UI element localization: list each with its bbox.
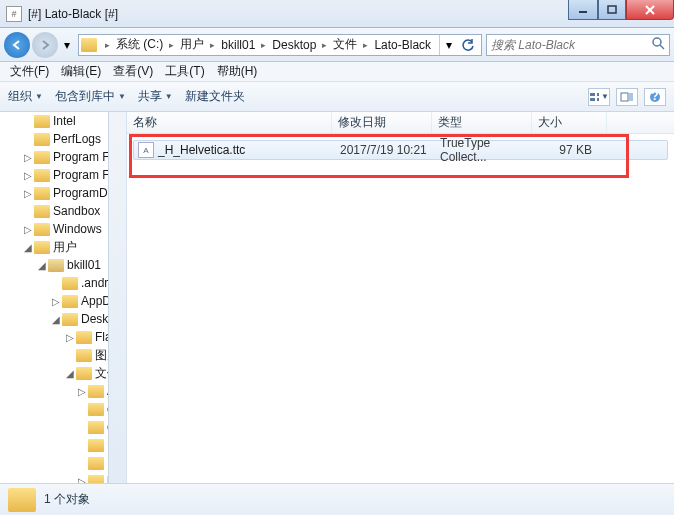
tree-node[interactable]: excel (0, 418, 110, 436)
crumb[interactable]: 用户 (176, 36, 208, 53)
file-row[interactable]: A_H_Helvetica.ttc2017/7/19 10:21TrueType… (133, 140, 668, 160)
tree-label: config (107, 402, 110, 416)
svg-rect-9 (597, 98, 599, 101)
expand-icon[interactable]: ◢ (64, 368, 76, 379)
tree-label: ProgramData (53, 186, 110, 200)
crumb[interactable]: Desktop (268, 38, 320, 52)
tree-node[interactable]: ◢Desktop (0, 310, 110, 328)
search-box[interactable] (486, 34, 670, 56)
view-options-button[interactable]: ▼ (588, 88, 610, 106)
expand-icon[interactable]: ◢ (50, 314, 62, 325)
menu-view[interactable]: 查看(V) (107, 62, 159, 81)
tree-label: excel (107, 420, 110, 434)
tree-label: .android (81, 276, 110, 290)
folder-icon (34, 241, 50, 254)
search-icon[interactable] (651, 36, 665, 53)
body: IntelPerfLogs▷Program File▷Program File▷… (0, 112, 674, 483)
tree-node[interactable]: 图片 (0, 346, 110, 364)
expand-icon[interactable]: ▷ (76, 386, 88, 397)
back-button[interactable] (4, 32, 30, 58)
expand-icon[interactable]: ▷ (22, 152, 34, 163)
menu-file[interactable]: 文件(F) (4, 62, 55, 81)
navbar: ▾ ▸ 系统 (C:) ▸ 用户 ▸ bkill01 ▸ Desktop ▸ 文… (0, 28, 674, 62)
maximize-button[interactable] (598, 0, 626, 20)
crumb-sep-icon: ▸ (167, 40, 176, 50)
menubar: 文件(F) 编辑(E) 查看(V) 工具(T) 帮助(H) (0, 62, 674, 82)
column-date[interactable]: 修改日期 (332, 112, 432, 133)
expand-icon[interactable]: ▷ (76, 476, 88, 484)
share-button[interactable]: 共享▼ (138, 88, 173, 105)
tree-node[interactable]: Intel (0, 112, 110, 130)
help-button[interactable]: ? (644, 88, 666, 106)
tree-node[interactable]: ▷AppData (0, 292, 110, 310)
tree-node[interactable]: PerfLogs (0, 130, 110, 148)
menu-help[interactable]: 帮助(H) (211, 62, 264, 81)
folder-tree[interactable]: IntelPerfLogs▷Program File▷Program File▷… (0, 112, 127, 483)
file-size: 97 KB (540, 143, 600, 157)
crumb[interactable]: bkill01 (217, 38, 259, 52)
tree-node[interactable]: ◢文件 (0, 364, 110, 382)
forward-button[interactable] (32, 32, 58, 58)
tree-label: Lato- (107, 438, 110, 452)
close-button[interactable] (626, 0, 674, 20)
tree-label: Intel (53, 114, 76, 128)
tree-node[interactable]: config (0, 400, 110, 418)
svg-line-2 (646, 6, 654, 14)
folder-icon (48, 259, 64, 272)
tree-node[interactable]: ▷Windows (0, 220, 110, 238)
tree-node[interactable]: .android (0, 274, 110, 292)
tree-node[interactable]: Sandbox (0, 202, 110, 220)
tree-node[interactable]: ◢bkill01 (0, 256, 110, 274)
tree-node[interactable]: ▷log (0, 472, 110, 483)
file-list[interactable]: 名称 修改日期 类型 大小 A_H_Helvetica.ttc2017/7/19… (127, 112, 674, 483)
folder-icon (76, 331, 92, 344)
folder-icon (34, 133, 50, 146)
expand-icon[interactable]: ▷ (22, 188, 34, 199)
column-type[interactable]: 类型 (432, 112, 532, 133)
expand-icon[interactable]: ▷ (64, 332, 76, 343)
tree-label: PerfLogs (53, 132, 101, 146)
tree-label: Program File (53, 168, 110, 182)
menu-tools[interactable]: 工具(T) (159, 62, 210, 81)
folder-icon (34, 169, 50, 182)
tree-node[interactable]: ▷Program File (0, 166, 110, 184)
expand-icon[interactable]: ▷ (22, 224, 34, 235)
svg-line-5 (660, 45, 664, 49)
menu-edit[interactable]: 编辑(E) (55, 62, 107, 81)
folder-icon (88, 421, 104, 434)
svg-line-3 (646, 6, 654, 14)
tree-node[interactable]: ▷AiFor (0, 382, 110, 400)
address-dropdown[interactable]: ▾ (439, 35, 457, 55)
expand-icon[interactable]: ◢ (22, 242, 34, 253)
tree-node[interactable]: Lato- (0, 436, 110, 454)
file-date: 2017/7/19 10:21 (340, 143, 440, 157)
address-bar[interactable]: ▸ 系统 (C:) ▸ 用户 ▸ bkill01 ▸ Desktop ▸ 文件 … (78, 34, 482, 56)
include-button[interactable]: 包含到库中▼ (55, 88, 126, 105)
tree-node[interactable]: ▷ProgramData (0, 184, 110, 202)
minimize-button[interactable] (568, 0, 598, 20)
newfolder-button[interactable]: 新建文件夹 (185, 88, 245, 105)
tree-label: Desktop (81, 312, 110, 326)
expand-icon[interactable]: ◢ (36, 260, 48, 271)
tree-label: Sandbox (53, 204, 100, 218)
refresh-button[interactable] (457, 35, 479, 55)
tree-label: AiFor (107, 384, 110, 398)
crumb[interactable]: 系统 (C:) (112, 36, 167, 53)
expand-icon[interactable]: ▷ (50, 296, 62, 307)
crumb[interactable]: 文件 (329, 36, 361, 53)
tree-node[interactable]: ◢用户 (0, 238, 110, 256)
folder-icon (8, 488, 36, 512)
nav-history-dropdown[interactable]: ▾ (60, 38, 74, 52)
folder-icon (62, 313, 78, 326)
expand-icon[interactable]: ▷ (22, 170, 34, 181)
preview-pane-button[interactable] (616, 88, 638, 106)
crumb[interactable]: Lato-Black (370, 38, 435, 52)
column-size[interactable]: 大小 (532, 112, 607, 133)
tree-node[interactable]: Lato- (0, 454, 110, 472)
organize-button[interactable]: 组织▼ (8, 88, 43, 105)
tree-node[interactable]: ▷Program File (0, 148, 110, 166)
folder-icon (88, 385, 104, 398)
column-name[interactable]: 名称 (127, 112, 332, 133)
search-input[interactable] (491, 38, 651, 52)
tree-node[interactable]: ▷FlashFX (0, 328, 110, 346)
